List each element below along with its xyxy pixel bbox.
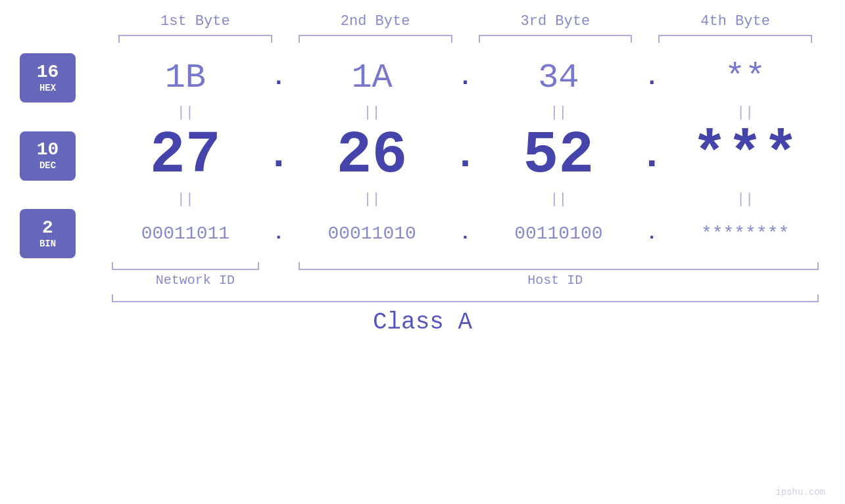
- bracket-b1: [118, 35, 272, 43]
- bin-badge-number: 2: [42, 219, 53, 237]
- dec-b3: 52: [479, 122, 639, 189]
- bin-b4: ********: [665, 223, 825, 244]
- dec-row: 10 DEC 27 . 26 . 52 . ***: [20, 122, 825, 189]
- bin-dot2: .: [452, 223, 479, 244]
- dec-dot2: .: [452, 133, 479, 178]
- bin-dot3: .: [639, 223, 665, 244]
- host-id-label: Host ID: [285, 273, 825, 288]
- hex-b1: 1B: [105, 58, 266, 97]
- hex-badge-number: 16: [37, 63, 59, 81]
- bin-b1: 00011011: [105, 223, 266, 244]
- eq1-3: ||: [479, 104, 639, 121]
- bin-b2: 00011010: [292, 223, 452, 244]
- watermark: ipshu.com: [775, 487, 825, 497]
- eq1-4: ||: [665, 104, 825, 121]
- dec-b2: 26: [292, 122, 452, 189]
- eq2-4: ||: [665, 191, 825, 208]
- byte3-header: 3rd Byte: [466, 13, 646, 35]
- hex-dot2: .: [452, 64, 479, 91]
- byte4-header: 4th Byte: [645, 13, 825, 35]
- eq1-1: ||: [105, 104, 266, 121]
- hex-dot1: .: [266, 64, 292, 91]
- eq2-1: ||: [105, 191, 266, 208]
- network-id-label: Network ID: [105, 273, 285, 288]
- hex-badge-label: HEX: [39, 83, 56, 93]
- bin-brackets: [20, 262, 825, 273]
- equals-row-2: || || || ||: [20, 189, 825, 209]
- eq2-3: ||: [479, 191, 639, 208]
- full-bottom-bracket: [112, 294, 819, 302]
- hex-b3: 34: [479, 58, 639, 97]
- bracket-b2: [299, 35, 452, 43]
- byte2-header: 2nd Byte: [285, 13, 466, 35]
- hex-b4: **: [665, 58, 825, 97]
- hex-badge: 16 HEX: [20, 53, 76, 103]
- id-labels: Network ID Host ID: [20, 273, 825, 288]
- dec-badge-label: DEC: [39, 160, 56, 171]
- bin-badge-label: BIN: [39, 239, 56, 249]
- hex-row: 16 HEX 1B . 1A . 34 . **: [20, 53, 825, 103]
- host-bracket: [299, 262, 819, 270]
- bracket-b4: [658, 35, 812, 43]
- dec-dot3: .: [639, 133, 665, 178]
- main-container: 1st Byte 2nd Byte 3rd Byte 4th Byte 16 H…: [0, 0, 845, 504]
- bin-badge: 2 BIN: [20, 209, 76, 258]
- hex-b2: 1A: [292, 58, 452, 97]
- dec-b4: ***: [665, 122, 825, 189]
- bin-dot1: .: [266, 223, 292, 244]
- byte1-header: 1st Byte: [105, 13, 285, 35]
- equals-row-1: || || || ||: [20, 103, 825, 122]
- eq1-2: ||: [292, 104, 452, 121]
- hex-dot3: .: [639, 64, 665, 91]
- network-bracket: [112, 262, 259, 270]
- eq2-2: ||: [292, 191, 452, 208]
- dec-dot1: .: [266, 133, 292, 178]
- dec-badge: 10 DEC: [20, 131, 76, 181]
- bin-row: 2 BIN 00011011 . 00011010 . 00110100 . *…: [20, 209, 825, 258]
- class-label: Class A: [20, 302, 825, 339]
- bin-b3: 00110100: [479, 223, 639, 244]
- bracket-b3: [479, 35, 633, 43]
- byte-headers: 1st Byte 2nd Byte 3rd Byte 4th Byte: [20, 13, 825, 35]
- dec-b1: 27: [105, 122, 266, 189]
- dec-badge-number: 10: [37, 141, 59, 159]
- top-brackets: [20, 35, 825, 47]
